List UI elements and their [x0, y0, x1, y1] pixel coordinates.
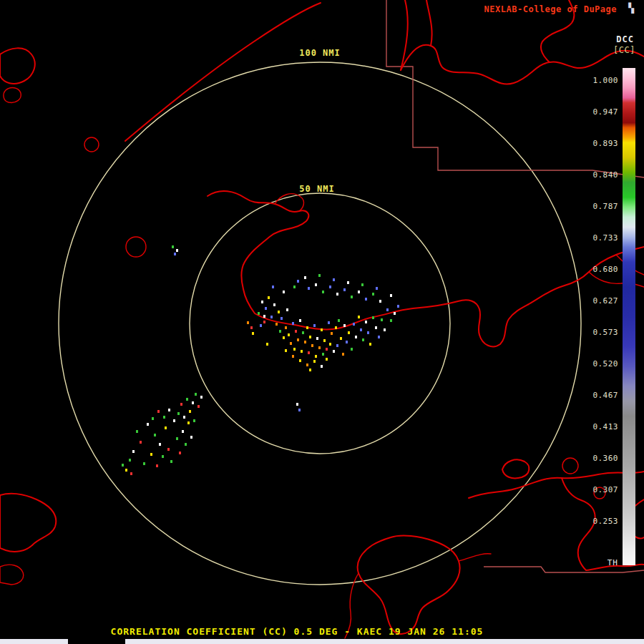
radar-echo: [285, 349, 287, 352]
radar-echo: [130, 472, 132, 475]
radar-echo: [193, 419, 195, 422]
radar-echo: [323, 339, 326, 342]
radar-echo: [285, 326, 287, 329]
radar-echo: [295, 330, 297, 333]
radar-echo: [328, 321, 330, 324]
colorbar-tick-label: 0.627: [592, 296, 618, 306]
radar-echo: [197, 405, 200, 408]
radar-echo: [378, 336, 380, 338]
radar-echo: [154, 434, 156, 436]
echo-layer: [0, 0, 644, 644]
radar-echo: [180, 403, 182, 406]
radar-echo: [293, 348, 296, 351]
outer-ring-label: 100 NMI: [299, 48, 341, 58]
inner-ring-label: 50 NMI: [299, 184, 334, 194]
radar-echo: [261, 301, 263, 303]
radar-echo: [372, 316, 374, 319]
radar-echo: [177, 412, 180, 415]
radar-echo: [170, 460, 172, 463]
colorbar-gradient: [623, 68, 635, 565]
radar-echo: [179, 452, 181, 454]
radar-echo: [122, 464, 124, 467]
radar-echo: [297, 338, 299, 341]
radar-echo: [360, 328, 362, 331]
radar-echo: [167, 448, 170, 451]
colorbar-tick-label: 0.360: [592, 454, 618, 463]
radar-echo: [367, 331, 369, 334]
radar-echo: [152, 417, 154, 420]
radar-echo: [365, 298, 367, 301]
radar-echo: [309, 336, 311, 338]
radar-echo: [321, 328, 323, 331]
radar-echo: [321, 365, 323, 368]
radar-echo: [140, 441, 142, 444]
radar-echo: [292, 355, 294, 358]
radar-echo: [136, 430, 138, 433]
radar-echo: [125, 469, 127, 472]
colorbar-subtitle: [CC]: [613, 45, 635, 55]
radar-echo: [369, 343, 371, 346]
radar-echo: [390, 319, 392, 322]
radar-echo: [347, 281, 349, 284]
radar-display: 100 NMI 50 NMI NEXLAB-College of DuPage …: [0, 0, 644, 644]
radar-echo: [298, 409, 301, 411]
radar-echo: [322, 291, 324, 293]
radar-echo: [252, 332, 254, 335]
radar-echo: [308, 287, 310, 290]
colorbar-title: DCC: [616, 34, 634, 44]
radar-echo: [331, 332, 333, 335]
radar-echo: [190, 436, 192, 439]
colorbar-tick-label: 0.253: [592, 517, 618, 526]
scrollbar-thumb[interactable]: [68, 639, 125, 644]
radar-echo: [292, 322, 294, 325]
radar-echo: [335, 326, 337, 329]
radar-echo: [315, 283, 317, 286]
radar-echo: [288, 333, 290, 336]
radar-echo: [176, 437, 178, 440]
radar-echo: [318, 274, 321, 277]
radar-echo: [304, 276, 306, 279]
radar-echo: [165, 426, 167, 429]
radar-echo: [183, 416, 185, 419]
radar-echo: [172, 245, 174, 248]
radar-echo: [187, 421, 190, 424]
radar-echo: [338, 319, 340, 322]
brand-logo-icon: ▚: [628, 3, 634, 14]
radar-echo: [342, 353, 344, 356]
radar-echo: [358, 316, 360, 318]
radar-echo: [361, 283, 364, 286]
radar-echo: [268, 296, 270, 299]
radar-echo: [313, 324, 316, 327]
radar-echo: [283, 336, 285, 339]
radar-echo: [397, 305, 399, 308]
radar-echo: [340, 337, 342, 340]
radar-echo: [355, 336, 357, 338]
radar-echo: [168, 409, 170, 411]
radar-echo: [247, 321, 249, 324]
radar-echo: [273, 303, 275, 306]
radar-echo: [301, 350, 303, 353]
radar-echo: [316, 337, 318, 340]
radar-echo: [309, 369, 311, 371]
radar-echo: [375, 326, 377, 329]
radar-echo: [336, 344, 338, 347]
radar-echo: [394, 312, 396, 315]
radar-echo: [348, 331, 350, 334]
radar-echo: [270, 316, 273, 318]
radar-echo: [343, 288, 346, 291]
radar-echo: [308, 351, 310, 354]
radar-echo: [293, 286, 296, 288]
radar-echo: [286, 308, 288, 311]
radar-echo: [147, 423, 149, 426]
radar-echo: [176, 249, 178, 252]
radar-echo: [275, 323, 278, 326]
radar-echo: [384, 328, 386, 331]
radar-echo: [322, 353, 324, 356]
product-title: CORRELATION COEFFICIENT (CC) 0.5 DEG - K…: [0, 626, 594, 637]
radar-echo: [362, 338, 364, 341]
radar-echo: [132, 450, 135, 453]
radar-echo: [304, 341, 306, 343]
radar-echo: [351, 296, 353, 298]
radar-echo: [174, 253, 176, 255]
horizontal-scrollbar[interactable]: [0, 639, 644, 644]
